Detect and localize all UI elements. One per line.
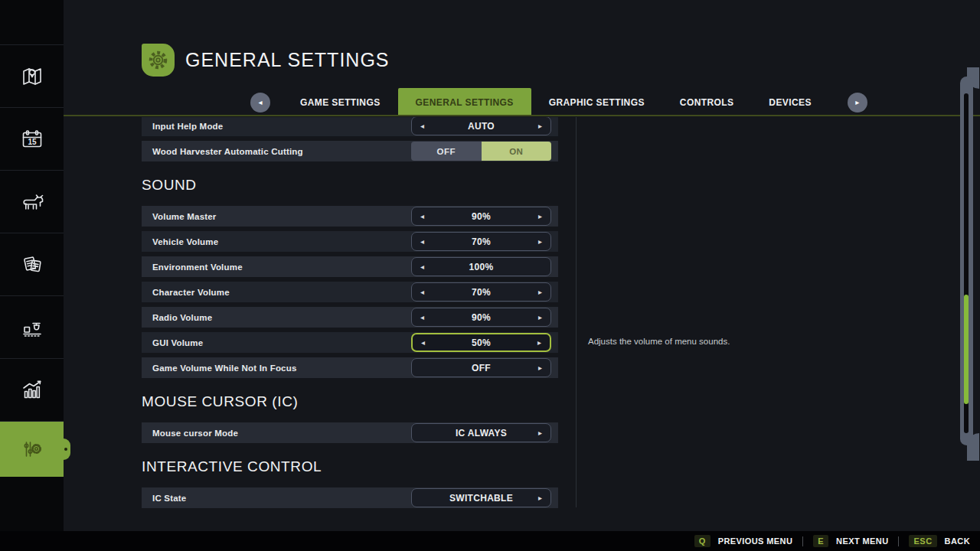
settings-row: Volume Master◂90%▸ [142,206,558,227]
footer-separator [802,536,803,546]
setting-label: Game Volume While Not In Focus [152,364,297,373]
decrease-arrow-icon[interactable]: ◂ [418,122,426,130]
back-button[interactable]: ESC BACK [909,535,970,547]
tab-graphic-settings[interactable]: GRAPHIC SETTINGS [531,88,662,116]
increase-arrow-icon[interactable]: ▸ [536,289,544,296]
toggle-option-on[interactable]: ON [482,142,552,161]
tab-controls[interactable]: CONTROLS [662,88,752,116]
value-selector[interactable]: ◂70%▸ [411,282,551,302]
arrow-left-icon: ◂ [258,98,262,106]
settings-row: Character Volume◂70%▸ [142,282,558,302]
increase-arrow-icon[interactable]: ▸ [536,314,544,321]
svg-text:15: 15 [28,138,37,146]
setting-value: 70% [426,287,536,298]
map-icon [18,63,46,90]
sidebar-item-calendar[interactable]: 15 [0,108,64,171]
value-selector[interactable]: ◂SWITCHABLE▸ [411,488,551,507]
tab-underline [64,115,980,116]
setting-label: IC State [152,494,186,503]
value-selector[interactable]: ◂50%▸ [411,333,551,352]
sidebar-spacer [0,0,64,45]
decrease-arrow-icon[interactable]: ◂ [418,314,426,321]
settings-sliders-gear-icon [18,435,46,463]
general-settings-screen: 15 [0,0,980,551]
decrease-arrow-icon[interactable]: ◂ [418,238,426,246]
setting-value: OFF [426,363,536,373]
sidebar-item-contracts[interactable] [0,233,64,296]
section-header: INTERACTIVE CONTROL [142,455,558,478]
tab-devices[interactable]: DEVICES [751,88,828,116]
settings-row: Vehicle Volume◂70%▸ [142,231,558,252]
settings-row: Radio Volume◂90%▸ [142,307,558,328]
setting-label: Character Volume [152,288,230,297]
documents-icon [18,251,46,279]
increase-arrow-icon[interactable]: ▸ [536,364,544,372]
value-selector[interactable]: ◂90%▸ [411,207,551,226]
next-menu-label: NEXT MENU [836,536,888,546]
next-menu-button[interactable]: E NEXT MENU [813,535,888,547]
setting-value: 100% [426,262,536,272]
back-label: BACK [945,536,970,546]
toggle-option-off[interactable]: OFF [411,142,482,161]
decrease-arrow-icon[interactable]: ◂ [418,263,426,271]
active-indicator-dot [64,448,67,451]
value-selector[interactable]: ◂OFF▸ [411,358,551,377]
footer-bar: Q PREVIOUS MENU E NEXT MENU ESC BACK [0,531,980,551]
settings-row: GUI Volume◂50%▸ [142,332,558,353]
tab-general-settings[interactable]: GENERAL SETTINGS [398,88,531,116]
decrease-arrow-icon[interactable]: ◂ [419,339,427,347]
value-selector[interactable]: ◂AUTO▸ [411,117,551,135]
settings-row: Environment Volume◂100%▸ [142,256,558,277]
previous-menu-button[interactable]: Q PREVIOUS MENU [694,535,793,547]
sidebar-item-settings[interactable] [0,422,64,477]
value-selector[interactable]: ◂100%▸ [411,257,551,276]
setting-label: Vehicle Volume [152,237,218,246]
previous-menu-label: PREVIOUS MENU [718,536,793,546]
footer-separator [898,536,899,546]
setting-label: Wood Harvester Automatic Cutting [152,147,303,156]
tabs-next-button[interactable]: ▸ [848,93,867,112]
gear-icon [142,44,175,77]
setting-value: 90% [426,211,536,222]
setting-value: 90% [426,312,536,323]
setting-label: Mouse cursor Mode [152,429,238,438]
increase-arrow-icon[interactable]: ▸ [536,122,544,130]
binary-toggle[interactable]: OFFON [411,142,551,161]
increase-arrow-icon[interactable]: ▸ [536,213,544,220]
increase-arrow-icon[interactable]: ▸ [535,339,544,347]
value-selector[interactable]: ◂70%▸ [411,232,551,251]
settings-list: Input Help Mode◂AUTO▸Wood Harvester Auto… [142,117,558,515]
general-settings-app-icon [142,44,175,77]
help-panel-divider [576,117,577,507]
sidebar-item-animals[interactable] [0,171,64,233]
scrollbar-thumb[interactable] [964,295,969,404]
page-title: GENERAL SETTINGS [185,49,390,71]
key-q-badge: Q [694,535,710,547]
chart-icon [18,377,46,404]
setting-value: 70% [426,236,536,247]
key-e-badge: E [813,535,828,547]
arrow-right-icon: ▸ [855,98,859,106]
setting-label: Volume Master [152,212,217,221]
value-selector[interactable]: ◂IC ALWAYS▸ [411,423,551,442]
decrease-arrow-icon[interactable]: ◂ [418,213,426,220]
sidebar-item-production[interactable] [0,296,64,359]
setting-label: Input Help Mode [152,122,223,131]
increase-arrow-icon[interactable]: ▸ [536,238,544,246]
setting-value: IC ALWAYS [426,428,536,439]
sidebar-item-statistics[interactable] [0,359,64,422]
sidebar-item-map[interactable] [0,45,64,108]
setting-label: GUI Volume [152,338,203,347]
settings-row: Wood Harvester Automatic CuttingOFFON [142,141,558,161]
value-selector[interactable]: ◂90%▸ [411,308,551,327]
production-icon [18,314,46,341]
section-header: SOUND [142,174,558,197]
tab-game-settings[interactable]: GAME SETTINGS [283,88,398,116]
tabs-prev-button[interactable]: ◂ [250,93,270,112]
cow-icon [18,188,46,216]
increase-arrow-icon[interactable]: ▸ [536,494,544,502]
setting-value: SWITCHABLE [426,493,536,504]
increase-arrow-icon[interactable]: ▸ [536,429,544,437]
decrease-arrow-icon[interactable]: ◂ [418,289,426,296]
tab-bar: ◂ GAME SETTINGS GENERAL SETTINGS GRAPHIC… [250,88,867,116]
